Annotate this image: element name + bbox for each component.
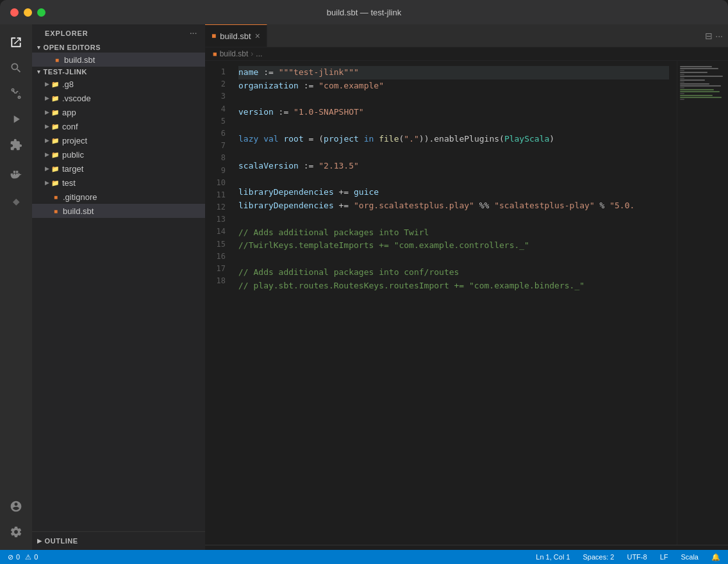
- more-actions-icon[interactable]: ···: [715, 31, 723, 41]
- project-section[interactable]: ▾ test-jlink: [32, 67, 205, 77]
- tree-item-vscode[interactable]: ▶ 📁 .vscode: [32, 91, 205, 105]
- code-line-8: scalaVersion := "2.13.5": [238, 160, 669, 173]
- encoding[interactable]: UTF-8: [624, 550, 649, 564]
- encoding-label: UTF-8: [627, 553, 647, 561]
- conf-arrow: ▶: [45, 123, 49, 129]
- tree-item-public[interactable]: ▶ 📁 public: [32, 147, 205, 162]
- open-editors-section[interactable]: ▾ Open Editors: [32, 42, 205, 53]
- minimap-content: [677, 61, 728, 106]
- account-icon[interactable]: [4, 495, 28, 518]
- sidebar-title: Explorer: [45, 29, 88, 37]
- tab-close-icon[interactable]: ×: [255, 31, 260, 41]
- search-icon[interactable]: [4, 56, 28, 79]
- code-line-9: [238, 172, 669, 186]
- sidebar-more-icon[interactable]: ···: [190, 29, 197, 37]
- open-editors-arrow: ▾: [37, 44, 41, 51]
- target-label: target: [62, 164, 83, 174]
- tab-build-sbt[interactable]: ■ build.sbt ×: [205, 24, 267, 47]
- tree-item-test[interactable]: ▶ 📁 test: [32, 176, 205, 190]
- tree-item-project[interactable]: ▶ 📁 project: [32, 133, 205, 147]
- vscode-label: .vscode: [62, 94, 91, 103]
- code-line-12: [238, 213, 669, 226]
- open-file-build-sbt[interactable]: ■ build.sbt ×: [32, 53, 205, 67]
- code-line-18: [238, 293, 669, 306]
- breadcrumb-more: ...: [256, 49, 262, 58]
- breadcrumb-file-icon: ■: [213, 50, 217, 58]
- sbt-icon[interactable]: ◆: [4, 190, 28, 213]
- build-sbt-file-icon: ■: [51, 206, 60, 215]
- outline-section[interactable]: ▶ Outline: [32, 535, 205, 547]
- conf-label: conf: [62, 122, 78, 131]
- language-mode[interactable]: Scala: [678, 550, 701, 564]
- error-icon: ⊘: [8, 553, 13, 561]
- tree-item-conf[interactable]: ▶ 📁 conf: [32, 119, 205, 133]
- project-folder-label: project: [62, 136, 87, 145]
- app-label: app: [62, 108, 76, 117]
- explorer-icon[interactable]: [4, 31, 28, 54]
- editor-content[interactable]: 1 2 3 4 5 6 7 8 9 10 11 12 13 14 15 16 1: [205, 61, 677, 545]
- code-line-15: [238, 253, 669, 266]
- errors-status[interactable]: ⊘ 0 ⚠ 0: [5, 550, 40, 564]
- app-arrow: ▶: [45, 109, 49, 115]
- indentation[interactable]: Spaces: 2: [581, 550, 617, 564]
- tree-item-build-sbt-main[interactable]: ■ build.sbt: [32, 204, 205, 218]
- tree-item-app[interactable]: ▶ 📁 app: [32, 105, 205, 119]
- code-line-10: libraryDependencies += guice: [238, 186, 669, 199]
- sidebar-header: Explorer ···: [32, 24, 205, 42]
- close-button[interactable]: [10, 8, 19, 17]
- sidebar-content: ▾ Open Editors ■ build.sbt × ▾ test-jlin…: [32, 42, 205, 531]
- tree-item-gitignore[interactable]: ■ .gitignore: [32, 190, 205, 204]
- code-area[interactable]: name := """test-jlink""" organization :=…: [231, 61, 677, 545]
- tree-item-target[interactable]: ▶ 📁 target: [32, 162, 205, 176]
- warning-icon: ⚠: [25, 553, 31, 561]
- minimize-button[interactable]: [24, 8, 32, 17]
- line-ending[interactable]: LF: [658, 550, 671, 564]
- code-line-1: name := """test-jlink""": [238, 66, 669, 79]
- activity-bar: ◆: [0, 24, 32, 550]
- tree-item-g8[interactable]: ▶ 📁 .g8: [32, 77, 205, 91]
- tab-actions: ⊟ ···: [705, 31, 728, 41]
- sbt-file-icon: ■: [53, 55, 62, 64]
- g8-arrow: ▶: [45, 81, 49, 87]
- gitignore-label: .gitignore: [63, 192, 97, 202]
- maximize-button[interactable]: [37, 8, 46, 17]
- test-arrow: ▶: [45, 179, 49, 186]
- target-arrow: ▶: [45, 165, 49, 172]
- tab-bar: ■ build.sbt × ⊟ ···: [205, 24, 728, 47]
- sidebar-bottom: ▶ Outline: [32, 531, 205, 550]
- app-folder-icon: 📁: [51, 108, 60, 117]
- code-line-16: // Adds additional packages into conf/ro…: [238, 266, 669, 279]
- g8-folder-icon: 📁: [51, 79, 60, 88]
- titlebar-buttons: [10, 8, 46, 17]
- notifications-icon[interactable]: 🔔: [709, 550, 723, 564]
- run-icon[interactable]: [4, 108, 28, 131]
- outline-label: Outline: [45, 537, 78, 545]
- language-mode-label: Scala: [681, 553, 699, 561]
- source-control-icon[interactable]: [4, 82, 28, 105]
- code-line-3: [238, 93, 669, 106]
- code-line-17: // play.sbt.routes.RoutesKeys.routesImpo…: [238, 279, 669, 293]
- project-folder-icon: 📁: [51, 136, 60, 145]
- vscode-folder-icon: 📁: [51, 94, 60, 103]
- horizontal-scrollbar[interactable]: [205, 545, 728, 550]
- settings-icon[interactable]: [4, 520, 28, 543]
- target-folder-icon: 📁: [51, 164, 60, 173]
- status-bar: ⊘ 0 ⚠ 0 Ln 1, Col 1 Spaces: 2 UTF-8 LF S…: [0, 550, 728, 564]
- docker-icon[interactable]: [4, 164, 28, 187]
- breadcrumb: ■ build.sbt › ...: [205, 47, 728, 61]
- code-line-5: [238, 119, 669, 133]
- cursor-position-label: Ln 1, Col 1: [536, 553, 570, 561]
- split-editor-icon[interactable]: ⊟: [705, 31, 713, 41]
- cursor-position[interactable]: Ln 1, Col 1: [533, 550, 572, 564]
- code-line-11: libraryDependencies += "org.scalatestplu…: [238, 199, 669, 213]
- code-line-13: // Adds additional packages into Twirl: [238, 226, 669, 240]
- editor-wrapper: 1 2 3 4 5 6 7 8 9 10 11 12 13 14 15 16 1: [205, 61, 728, 545]
- line-ending-label: LF: [660, 553, 668, 561]
- conf-folder-icon: 📁: [51, 122, 60, 131]
- test-folder-icon: 📁: [51, 178, 60, 187]
- error-count: 0: [16, 553, 20, 561]
- indentation-label: Spaces: 2: [583, 553, 615, 561]
- extensions-icon[interactable]: [4, 133, 28, 156]
- titlebar-title: build.sbt — test-jlink: [327, 8, 401, 17]
- code-line-2: organization := "com.example": [238, 79, 669, 93]
